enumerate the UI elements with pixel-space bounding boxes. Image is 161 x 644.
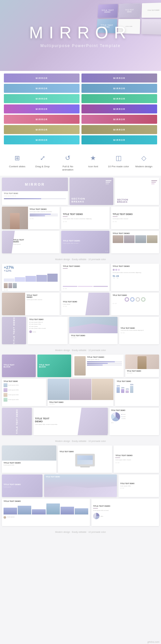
slide-title-9: TITLE TEXT DEMO: [29, 318, 66, 320]
feature-design-label: Modern design: [133, 165, 155, 168]
caption-3: Modern design · Easily editable · 10 pre…: [0, 439, 161, 444]
slide-title-white-2: TITLE TEXT DEMO Lorem ipsum dolor sit am…: [111, 207, 159, 229]
slides-section-4: TITLE TEXT DEMO Lorem ipsum dolor TITLE …: [0, 444, 161, 530]
feature-drag-drop: ⤢ Drag & Drop: [32, 152, 53, 172]
slides-row-4-2: TITLE TEXT DEMO Lorem ipsum TITLE TEXT D…: [2, 474, 159, 497]
slide-circle-stats: TITLE TEXT DEMO 11 / 02: [111, 293, 159, 315]
swatch-blue-light: MIRROR: [4, 84, 80, 93]
swatch-olive-light: MIRROR: [4, 125, 80, 134]
slide-vertical-2: TITLE TEXT DEMO: [2, 408, 32, 435]
feature-design: ◇ Modern design: [133, 152, 155, 172]
slides-row-2-1: +27% +12% 11 / 02: [2, 264, 159, 291]
slide-profile-1: TITLE TEXT DEMO Lorem ipsum dolor sit: [73, 355, 124, 377]
slide-title-profile: TITLE TEXT DEMO: [87, 356, 122, 358]
swatch-label-3: MIRROR: [36, 87, 48, 90]
slide-vertical-title: TITLE TEXT DEMO: [2, 317, 26, 344]
slide-list-1: TITLE TEXT DEMO ● Lorem ipsum dolor sit …: [28, 317, 68, 344]
slide-people-1: TITLE TEXT DEMO: [111, 231, 159, 253]
slide-title-white-1: TITLE TEXT DEMO Lorem ipsum dolor sit am…: [61, 207, 109, 229]
slide-diagonal-2: TITLE TEXT DEMO Lorem ipsum 11 / 02: [61, 293, 109, 315]
swatch-purple-dark: MIRROR: [81, 73, 157, 83]
color-row-2: MIRROR MIRROR: [4, 84, 157, 93]
swatch-teal-light: MIRROR: [4, 94, 80, 103]
hero-slide-3: TITLE TEXT DEMO: [142, 3, 161, 18]
design-icon: ◇: [138, 152, 150, 164]
slide-title-11: TITLE TEXT DEMO: [121, 327, 157, 329]
swatch-label-10: MIRROR: [113, 118, 125, 121]
feature-animation-label: Full & No animation: [57, 165, 79, 172]
slide-title-bars: TITLE TEXT DEMO: [117, 380, 157, 382]
slide-title-mountain: TITLE TEXT DEMO: [4, 462, 55, 464]
swatch-label-11: MIRROR: [36, 129, 48, 131]
slide-section-break-2: SECTION BREAKS: [115, 178, 159, 205]
slides-row-1-2: TITLE TEXT DEMO Lorem ipsum dolor sit am…: [2, 207, 159, 229]
swatch-label-2: MIRROR: [113, 77, 125, 79]
swatch-label-7: MIRROR: [36, 108, 48, 110]
swatch-label-4: MIRROR: [113, 87, 125, 90]
swatch-grad-2: MIRROR: [81, 104, 157, 113]
slide-hat-person: TITLE TEXT DEMO 12% 29%: [125, 355, 159, 377]
slides-row-4-3: TITLE TEXT DEMO Lorem ipsum TITLE TEXT D: [2, 499, 159, 526]
slides-section-1: MIRROR TITLE TEXT DEMO Lorem ipsum dolor…: [0, 176, 161, 257]
slide-title-10: TITLE TEXT DEMO: [71, 335, 116, 337]
slide-person-2: TITLE TEXT DEMO Lorem ipsum dolor sit am…: [2, 293, 60, 315]
feature-icon-font-label: Icon font: [82, 165, 104, 168]
swatch-olive-dark: MIRROR: [81, 125, 157, 134]
slide-title-1: TITLE TEXT DEMO: [30, 208, 58, 210]
slide-title-final-1: TITLE TEXT DEMO: [115, 454, 157, 456]
slides-row-1-1: MIRROR TITLE TEXT DEMO Lorem ipsum dolor…: [2, 178, 159, 205]
swatch-teal-dark: MIRROR: [81, 94, 157, 103]
swatch-label-8: MIRROR: [113, 108, 125, 110]
slides-row-3-2: TITLE TEXT DEMO Lorem ipsum dolor Lorem …: [2, 379, 159, 406]
slide-percent-bars: TITLE TEXT DEMO 52% 29% 22%: [115, 379, 159, 406]
hero-section: MIRROR Multipurpose PowerPoint Template …: [0, 0, 161, 71]
slide-title-4: TITLE TEXT DEMO 11 / 02: [61, 264, 109, 291]
slide-title-text-5: TITLE TEXT DEMO: [113, 265, 157, 267]
slides-section-3: TITLE TEXT BLOCK TITLE TEXT BLOCK TITLE …: [0, 353, 161, 439]
content-slides-icon: ⊞: [11, 152, 23, 164]
slide-landscape: TITLE TEXT DEMO: [44, 474, 117, 497]
slide-section-break-1: SECTION BREAKS: [70, 178, 114, 205]
color-row-6: MIRROR MIRROR: [4, 125, 157, 134]
slide-title-7: TITLE TEXT DEMO: [63, 301, 108, 303]
features-section: ⊞ Content slides ⤢ Drag & Drop ↺ Full & …: [0, 148, 161, 176]
swatch-label-1: MIRROR: [36, 77, 48, 79]
feature-animation: ↺ Full & No animation: [57, 152, 79, 172]
slide-title-list-img: TITLE TEXT DEMO: [4, 380, 44, 382]
slide-laptop: TITLE TEXT DEMO: [58, 445, 112, 473]
color-row-5: MIRROR MIRROR: [4, 115, 157, 124]
slide-stats-1: +27% +12% 11 / 02: [2, 264, 60, 291]
slide-title-8: TITLE TEXT DEMO: [113, 294, 157, 296]
slide-title-landscape: TITLE TEXT DEMO: [46, 476, 115, 478]
slide-title-pie: TITLE TEXT DEMO: [111, 409, 157, 411]
icon-font-icon: ★: [87, 152, 99, 164]
slide-pie-chart: TITLE TEXT DEMO ■ Lorem ■ Lorem ■ Lorem …: [109, 408, 159, 435]
caption-2: Modern design · Easily editable · 10 pre…: [0, 348, 161, 353]
swatch-cyan-dark: MIRROR: [81, 135, 157, 144]
color-icon: ◫: [113, 152, 124, 164]
slide-person-title-1: TITLE TEXT DEMO Lorem ipsum dolor sit am…: [2, 207, 60, 229]
slide-block-purple: TITLE TEXT BLOCK: [2, 355, 36, 377]
swatch-grad-1: MIRROR: [4, 104, 80, 113]
slides-row-4-1: TITLE TEXT DEMO Lorem ipsum dolor TITLE …: [2, 445, 159, 473]
swatch-label-12: MIRROR: [113, 129, 125, 131]
swatch-label-6: MIRROR: [113, 98, 125, 100]
slide-mountain-1: TITLE TEXT DEMO Lorem ipsum: [69, 317, 117, 344]
slide-final: TITLE TEXT DEMO Lorem ipsum dolor sit am…: [91, 499, 159, 526]
slide-title-3: TITLE TEXT DEMO: [113, 213, 157, 215]
slide-title-text-4: TITLE TEXT DEMO: [63, 265, 108, 267]
color-row-4: MIRROR MIRROR: [4, 104, 157, 113]
swatch-label-14: MIRROR: [113, 139, 125, 141]
swatch-blue-dark: MIRROR: [81, 84, 157, 93]
slides-section-2: +27% +12% 11 / 02: [0, 262, 161, 348]
slide-title-hat: TITLE TEXT DEMO: [127, 370, 157, 372]
swatch-label-5: MIRROR: [36, 98, 48, 100]
slides-row-2-2: TITLE TEXT DEMO Lorem ipsum dolor sit am…: [2, 293, 159, 315]
hero-slide-1: TITLE TEXT DEMO: [98, 4, 118, 18]
slide-list-images: TITLE TEXT DEMO Lorem ipsum dolor Lorem …: [2, 379, 46, 406]
hero-slide-2: TITLE TEXTDEMO: [118, 3, 141, 18]
feature-icon-font: ★ Icon font: [82, 152, 104, 172]
hero-title: MIRROR: [29, 23, 132, 42]
slide-grad-full: TITLE TEXT DEMO Lorem ipsum: [2, 474, 43, 497]
slide-grad-title-1: TITLE TEXT DEMO Lorem ipsum dolor sit am…: [61, 231, 109, 253]
